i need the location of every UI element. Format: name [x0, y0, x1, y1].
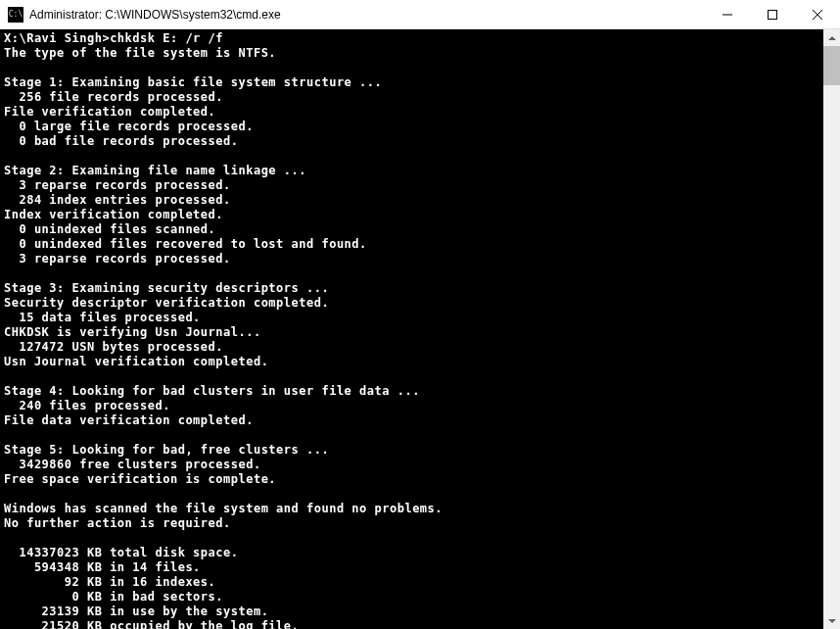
scroll-thumb[interactable]	[823, 46, 840, 85]
terminal-output[interactable]: X:\Ravi Singh>chkdsk E: /r /f The type o…	[0, 29, 823, 629]
chevron-down-icon	[828, 619, 836, 623]
window-titlebar: C:\ Administrator: C:\WINDOWS\system32\c…	[0, 0, 840, 29]
close-icon	[813, 10, 822, 20]
svg-marker-4	[828, 36, 836, 40]
scroll-up-button[interactable]	[823, 29, 840, 46]
minimize-button[interactable]	[705, 0, 750, 28]
window-title: Administrator: C:\WINDOWS\system32\cmd.e…	[29, 8, 705, 22]
maximize-icon	[768, 10, 777, 20]
chevron-up-icon	[828, 36, 836, 40]
scroll-down-button[interactable]	[823, 612, 840, 629]
maximize-button[interactable]	[750, 0, 795, 28]
svg-marker-5	[828, 619, 836, 623]
close-button[interactable]	[795, 0, 840, 28]
window-controls	[705, 0, 840, 28]
terminal-container: X:\Ravi Singh>chkdsk E: /r /f The type o…	[0, 29, 840, 629]
cmd-icon: C:\	[8, 7, 23, 23]
cmd-icon-text: C:\	[9, 10, 23, 19]
svg-rect-1	[769, 10, 777, 19]
vertical-scrollbar[interactable]	[823, 29, 840, 629]
minimize-icon	[723, 10, 732, 20]
